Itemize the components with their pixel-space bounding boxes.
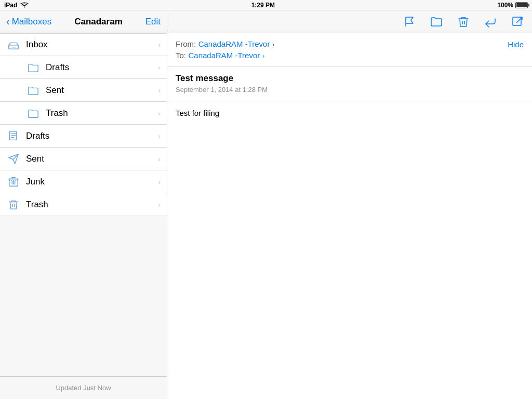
svg-rect-2	[513, 17, 521, 25]
email-toolbar	[167, 16, 532, 28]
email-pane: From: CanadaRAM -Trevor › Hide To: Canad…	[167, 33, 532, 399]
delete-button[interactable]	[457, 16, 470, 28]
sent-sub-chevron: ›	[158, 86, 161, 95]
inbox-chevron: ›	[158, 41, 161, 49]
sidebar: Inbox › Drafts › S	[0, 33, 167, 399]
drafts-sub-label: Drafts	[46, 62, 158, 73]
trash-sub-label: Trash	[46, 108, 158, 118]
from-label: From:	[176, 39, 196, 48]
junk-icon	[6, 175, 21, 189]
from-arrow-icon: ›	[272, 41, 274, 48]
sidebar-item-trash-sub[interactable]: Trash ›	[0, 102, 167, 125]
junk-chevron: ›	[158, 178, 161, 186]
sidebar-item-trash[interactable]: Trash ›	[0, 193, 167, 216]
mailbox-title: Canadaram	[74, 17, 123, 27]
email-from-row: From: CanadaRAM -Trevor › Hide	[176, 39, 524, 49]
email-body: Test for filing	[167, 100, 532, 126]
sidebar-item-sent-sub[interactable]: Sent ›	[0, 79, 167, 102]
sidebar-item-sent[interactable]: Sent ›	[0, 148, 167, 170]
sidebar-footer: Updated Just Now	[0, 376, 167, 399]
drafts-sub-folder-icon	[26, 60, 41, 75]
email-body-text: Test for filing	[176, 109, 524, 117]
reply-button[interactable]	[484, 16, 497, 28]
to-arrow-icon: ›	[262, 52, 264, 60]
sidebar-item-drafts[interactable]: Drafts ›	[0, 125, 167, 148]
update-status: Updated Just Now	[56, 384, 111, 392]
battery-percent: 100%	[497, 2, 513, 9]
junk-label: Junk	[26, 177, 158, 187]
time-display: 1:29 PM	[251, 2, 275, 9]
sent-icon	[6, 152, 21, 166]
back-button[interactable]: ‹ Mailboxes	[6, 16, 51, 28]
sent-sub-label: Sent	[46, 85, 158, 96]
hide-button[interactable]: Hide	[508, 40, 524, 49]
inbox-label: Inbox	[26, 39, 158, 50]
sidebar-spacer	[0, 216, 167, 376]
trash-icon	[6, 197, 21, 212]
status-left: iPad	[4, 2, 29, 9]
move-to-folder-button[interactable]	[430, 16, 443, 28]
drafts-label: Drafts	[26, 131, 158, 141]
email-subject-area: Test message September 1, 2014 at 1:28 P…	[167, 67, 532, 100]
sidebar-header: ‹ Mailboxes Canadaram Edit	[0, 10, 167, 33]
edit-button[interactable]: Edit	[145, 17, 161, 27]
drafts-chevron: ›	[158, 132, 161, 140]
sent-label: Sent	[26, 154, 158, 164]
content-area: Inbox › Drafts › S	[0, 33, 532, 399]
email-subject: Test message	[176, 73, 524, 84]
drafts-sub-chevron: ›	[158, 63, 161, 72]
trash-chevron: ›	[158, 201, 161, 209]
email-meta: From: CanadaRAM -Trevor › Hide To: Canad…	[167, 33, 532, 67]
device-label: iPad	[4, 2, 17, 9]
app-header: ‹ Mailboxes Canadaram Edit	[0, 10, 532, 33]
sent-sub-folder-icon	[26, 83, 41, 98]
to-name[interactable]: CanadaRAM -Trevor	[188, 51, 260, 60]
from-name[interactable]: CanadaRAM -Trevor	[198, 39, 270, 48]
sidebar-item-drafts-sub[interactable]: Drafts ›	[0, 56, 167, 79]
status-bar: iPad 1:29 PM 100%	[0, 0, 532, 10]
status-right: 100%	[497, 2, 528, 9]
sidebar-item-inbox[interactable]: Inbox ›	[0, 33, 167, 56]
app-container: ‹ Mailboxes Canadaram Edit	[0, 10, 532, 399]
email-from-container: From: CanadaRAM -Trevor ›	[176, 39, 274, 49]
back-arrow-icon: ‹	[6, 16, 10, 28]
inbox-icon	[6, 37, 21, 52]
draft-icon	[6, 129, 21, 143]
flag-button[interactable]	[403, 16, 416, 28]
to-label: To:	[176, 51, 186, 60]
email-date: September 1, 2014 at 1:28 PM	[176, 86, 524, 94]
trash-label: Trash	[26, 200, 158, 210]
sent-chevron: ›	[158, 155, 161, 163]
compose-button[interactable]	[511, 16, 524, 28]
back-label[interactable]: Mailboxes	[12, 17, 52, 27]
sidebar-item-junk[interactable]: Junk ›	[0, 170, 167, 193]
trash-sub-folder-icon	[26, 106, 41, 121]
battery-icon	[515, 2, 528, 8]
trash-sub-chevron: ›	[158, 109, 161, 117]
wifi-icon	[20, 2, 29, 8]
email-to-row: To: CanadaRAM -Trevor ›	[176, 51, 524, 60]
